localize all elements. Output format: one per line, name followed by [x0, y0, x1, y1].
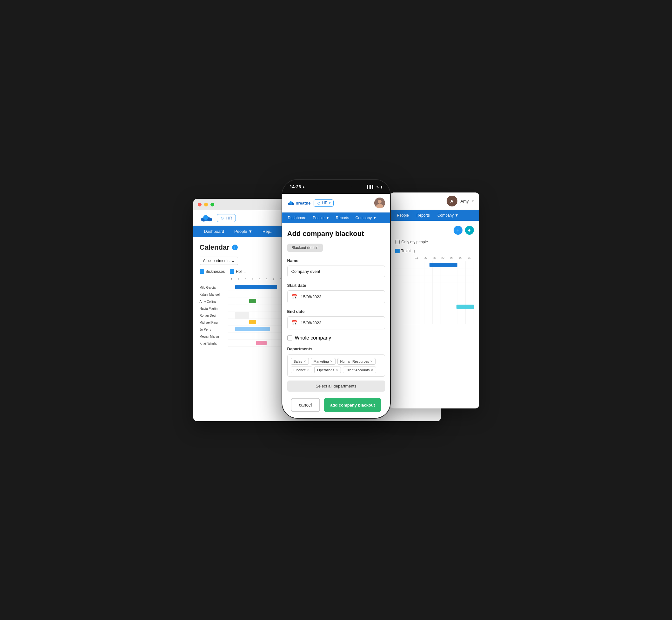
blackout-details-tab[interactable]: Blackout details: [287, 244, 323, 252]
nav-item-dashboard[interactable]: Dashboard: [200, 226, 229, 237]
nav-item-reports[interactable]: Rep...: [258, 226, 278, 237]
nav-item-people[interactable]: People ▼: [230, 226, 257, 237]
remove-operations-icon[interactable]: ×: [336, 368, 338, 372]
select-all-departments-button[interactable]: Select all departments: [287, 380, 385, 392]
phone-avatar[interactable]: [374, 198, 385, 208]
traffic-light-yellow[interactable]: [204, 203, 208, 206]
training-filter[interactable]: Training: [395, 249, 474, 253]
person-jo: Jo Perry: [200, 326, 228, 333]
dept-tag-finance[interactable]: Finance ×: [291, 367, 313, 373]
hr-badge-desktop[interactable]: ☺ HR: [217, 214, 236, 222]
dept-tag-sales[interactable]: Sales ×: [291, 358, 309, 365]
right-row-amy: [395, 275, 474, 282]
wifi-icon: ∿: [376, 185, 379, 189]
gantt-bar-michael: [249, 320, 256, 324]
end-date-input[interactable]: 📅 15/08/2023: [287, 316, 385, 329]
phone-app-header: breathe ☺ HR ▾: [282, 194, 390, 212]
phone-nav-reports[interactable]: Reports: [333, 212, 352, 223]
right-panel-header: A Amy ▾: [390, 193, 479, 210]
right-bar-milo: [430, 263, 457, 267]
right-nav-people[interactable]: People: [394, 210, 412, 221]
right-bar-jo: [456, 305, 474, 309]
dept-tag-hr[interactable]: Human Resources ×: [337, 358, 376, 365]
person-rohan: Rohan Devi: [200, 312, 228, 319]
traffic-light-red[interactable]: [198, 203, 202, 206]
right-content: + ● Only my people Training 24 25 26 27 …: [390, 221, 479, 408]
gantt-bar-milo: [235, 285, 277, 289]
departments-tags: Sales × Marketing × Human Resources × Fi…: [287, 355, 385, 377]
signal-icon: ▌▌▌: [367, 185, 374, 189]
right-nav-company[interactable]: Company ▼: [434, 210, 462, 221]
phone-nav: Dashboard People ▼ Reports Company ▼: [282, 212, 390, 223]
whole-company-label: Whole company: [295, 335, 331, 341]
remove-finance-icon[interactable]: ×: [307, 368, 310, 372]
right-cal-grid: 24 25 26 27 28 29 30: [395, 256, 474, 324]
svg-point-9: [378, 200, 382, 204]
action-buttons: cancel add company blackout: [287, 398, 385, 418]
right-row-kalani: [395, 268, 474, 275]
cancel-button[interactable]: cancel: [291, 398, 320, 412]
only-my-people-checkbox[interactable]: [395, 240, 400, 244]
phone-nav-people[interactable]: People ▼: [310, 212, 333, 223]
remove-client-accounts-icon[interactable]: ×: [371, 368, 373, 372]
right-date-nums: 24 25 26 27 28 29 30: [395, 256, 474, 259]
person-khail: Khail Wright: [200, 340, 228, 347]
phone: 14:26 ► ▌▌▌ ∿ ▮ breath: [282, 180, 390, 418]
person-amy: Amy Collins: [200, 298, 228, 305]
avatar-amy: A: [447, 196, 457, 206]
start-date-value: 15/08/2023: [301, 295, 322, 299]
right-actions: + ●: [395, 226, 474, 235]
training-label: Training: [401, 249, 415, 253]
sicknesses-filter[interactable]: Sicknesses: [200, 269, 225, 274]
phone-nav-dashboard[interactable]: Dashboard: [285, 212, 310, 223]
remove-hr-icon[interactable]: ×: [371, 359, 373, 363]
end-cal-icon: 📅: [291, 320, 298, 326]
name-label: Name: [287, 258, 385, 263]
whole-company-row[interactable]: Whole company: [287, 335, 385, 341]
dept-tag-marketing[interactable]: Marketing ×: [311, 358, 336, 365]
whole-company-checkbox[interactable]: [287, 335, 292, 341]
add-blackout-button[interactable]: add company blackout: [324, 398, 381, 412]
right-nav-reports[interactable]: Reports: [413, 210, 433, 221]
dept-select[interactable]: All departments ⌄: [200, 257, 238, 265]
person-nadia: Nadia Martin: [200, 305, 228, 312]
people-column: Milo Garcia Kalani Manuel Amy Collins Na…: [200, 277, 228, 347]
person-michael: Michael King: [200, 319, 228, 326]
phone-nav-company[interactable]: Company ▼: [352, 212, 380, 223]
end-date-label: End date: [287, 309, 385, 314]
holidays-filter[interactable]: Holi...: [230, 269, 246, 274]
location-arrow-icon: ►: [302, 185, 305, 189]
right-row-michael: [395, 296, 474, 303]
dept-tag-client-accounts[interactable]: Client Accounts ×: [343, 367, 376, 373]
gantt-bar-amy: [249, 299, 256, 303]
phone-hr-badge[interactable]: ☺ HR ▾: [314, 200, 334, 207]
name-input[interactable]: [287, 265, 385, 277]
departments-label: Departments: [287, 347, 385, 351]
remove-sales-icon[interactable]: ×: [303, 359, 306, 363]
traffic-light-green[interactable]: [211, 203, 214, 206]
right-row-jo: [395, 303, 474, 310]
right-row-milo: [395, 261, 474, 268]
phone-modal-content: Add company blackout Blackout details Na…: [282, 223, 390, 418]
breathe-cloud-icon: [287, 200, 294, 206]
svg-point-7: [289, 201, 292, 204]
right-row-khail: [395, 317, 474, 324]
avatar-image: [374, 198, 385, 208]
add-button[interactable]: +: [454, 226, 462, 235]
start-date-label: Start date: [287, 283, 385, 288]
phone-status-bar: 14:26 ► ▌▌▌ ∿ ▮: [282, 180, 390, 194]
dept-tag-operations[interactable]: Operations ×: [314, 367, 341, 373]
calendar-info-icon[interactable]: i: [232, 245, 238, 250]
gantt-bar-jo: [235, 327, 270, 331]
gantt-bar-khail: [256, 341, 267, 345]
feed-button[interactable]: ●: [465, 226, 474, 235]
person-milo: Milo Garcia: [200, 284, 228, 291]
scene: ☺ HR Dashboard People ▼ Rep... Calendar …: [193, 180, 479, 440]
only-my-people-filter[interactable]: Only my people: [395, 240, 474, 244]
svg-point-3: [203, 215, 208, 220]
start-date-input[interactable]: 📅 15/08/2023: [287, 290, 385, 303]
person-kalani: Kalani Manuel: [200, 291, 228, 298]
amy-label: Amy: [461, 199, 469, 204]
remove-marketing-icon[interactable]: ×: [330, 359, 333, 363]
right-panel: A Amy ▾ People Reports Company ▼ + ● Onl…: [390, 193, 479, 408]
